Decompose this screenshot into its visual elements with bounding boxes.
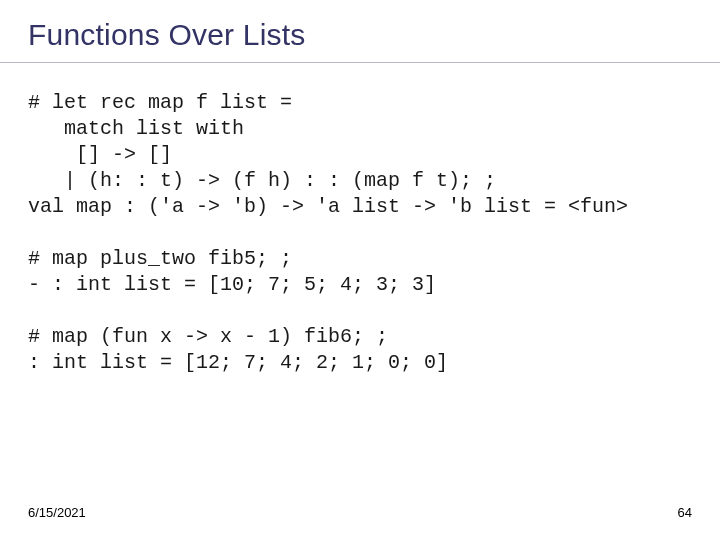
code-block: # let rec map f list = match list with [… <box>28 90 700 376</box>
footer-page-number: 64 <box>678 505 692 520</box>
slide: Functions Over Lists # let rec map f lis… <box>0 0 720 540</box>
slide-title: Functions Over Lists <box>28 18 305 52</box>
title-underline <box>0 62 720 63</box>
footer-date: 6/15/2021 <box>28 505 86 520</box>
